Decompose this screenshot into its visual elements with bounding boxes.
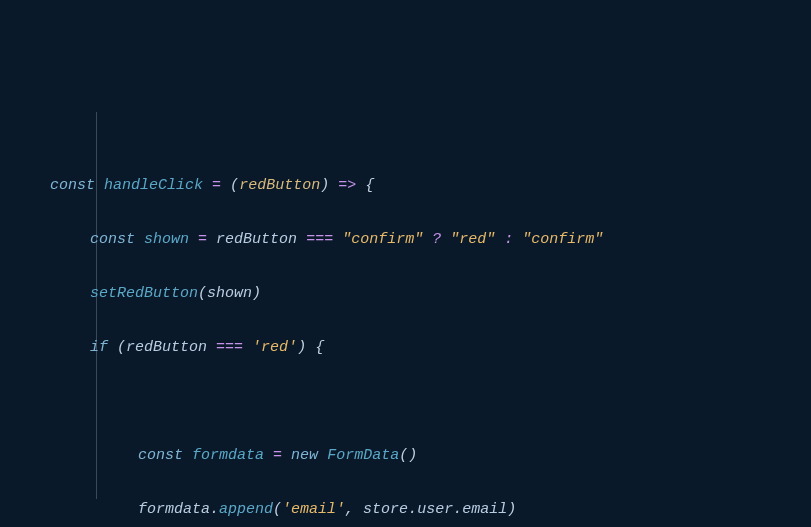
brace-open: { [315,339,324,356]
code-line[interactable]: const handleClick = (redButton) => { [50,172,811,199]
string: 'email' [282,501,345,518]
identifier: shown [207,285,252,302]
string: "confirm" [522,231,603,248]
constructor: FormData [327,447,399,464]
dot: . [210,501,219,518]
identifier: redButton [126,339,207,356]
keyword-if: if [90,339,108,356]
function-name: handleClick [104,177,203,194]
arrow: => [338,177,356,194]
paren-open: ( [273,501,282,518]
paren-close: ) [320,177,329,194]
ternary-q: ? [432,231,441,248]
operator-eq: = [273,447,282,464]
operator-eq: = [212,177,221,194]
identifier: redButton [216,231,297,248]
keyword-const: const [50,177,95,194]
operator-eq: = [198,231,207,248]
function-call: setRedButton [90,285,198,302]
string: "confirm" [342,231,423,248]
dot: . [453,501,462,518]
ternary-colon: : [504,231,513,248]
paren-close: ) [297,339,306,356]
paren-close: ) [408,447,417,464]
param: redButton [239,177,320,194]
var-name: shown [144,231,189,248]
code-line[interactable]: formdata.append('email', store.user.emai… [50,496,811,523]
dot: . [408,501,417,518]
keyword-const: const [90,231,135,248]
code-line[interactable]: const shown = redButton === "confirm" ? … [50,226,811,253]
identifier: store [363,501,408,518]
code-line[interactable]: if (redButton === 'red') { [50,334,811,361]
paren-close: ) [507,501,516,518]
paren-open: ( [117,339,126,356]
operator-eqeq: === [306,231,333,248]
identifier: email [462,501,507,518]
paren-open: ( [198,285,207,302]
string: "red" [450,231,495,248]
keyword-const: const [138,447,183,464]
paren-close: ) [252,285,261,302]
var-name: formdata [192,447,264,464]
method: append [219,501,273,518]
code-line-empty[interactable] [50,388,811,415]
paren-open: ( [230,177,239,194]
code-line[interactable]: setRedButton(shown) [50,280,811,307]
string: 'red' [252,339,297,356]
keyword-new: new [291,447,318,464]
identifier: user [417,501,453,518]
brace-open: { [365,177,374,194]
code-line[interactable]: const formdata = new FormData() [50,442,811,469]
comma: , [345,501,354,518]
paren-open: ( [399,447,408,464]
identifier: formdata [138,501,210,518]
operator-eqeq: === [216,339,243,356]
